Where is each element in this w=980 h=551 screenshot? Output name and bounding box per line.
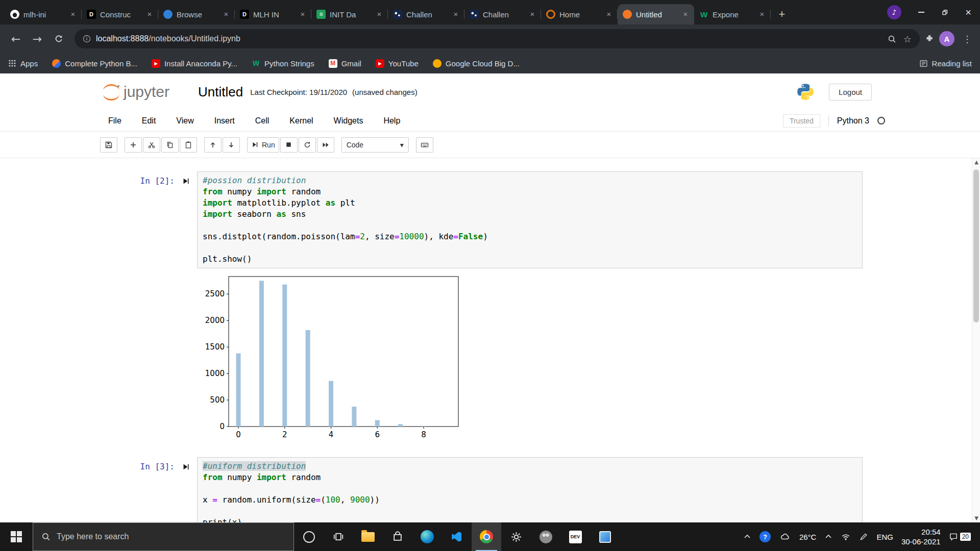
pen-icon[interactable] xyxy=(859,532,868,541)
back-button[interactable]: ← xyxy=(5,28,27,49)
logout-button[interactable]: Logout xyxy=(829,84,872,101)
notebook-title[interactable]: Untitled xyxy=(198,84,243,100)
tab-challenge-2[interactable]: Challen × xyxy=(464,4,541,24)
close-icon[interactable]: × xyxy=(681,10,690,19)
bookmark-google-cloud[interactable]: Google Cloud Big D... xyxy=(433,59,520,68)
bookmark-gmail[interactable]: Gmail xyxy=(329,59,361,68)
restart-kernel-button[interactable] xyxy=(299,137,316,153)
menu-insert[interactable]: Insert xyxy=(214,116,235,126)
start-button[interactable] xyxy=(0,522,33,551)
tab-untitled-active[interactable]: Untitled × xyxy=(618,4,694,24)
close-icon[interactable]: × xyxy=(375,10,384,19)
tab-mlh[interactable]: mlh-ini × xyxy=(5,4,82,24)
cortana-button[interactable] xyxy=(294,522,324,551)
menu-help[interactable]: Help xyxy=(383,116,400,126)
reload-button[interactable] xyxy=(48,28,69,49)
move-cell-down-button[interactable] xyxy=(223,137,240,153)
gimp-button[interactable] xyxy=(531,522,560,551)
code-cell-2[interactable]: In [2]: #possion distributionfrom numpy … xyxy=(0,171,972,268)
reading-list-button[interactable]: Reading list xyxy=(919,59,972,68)
code-editor[interactable]: #uniform distributionfrom numpy import r… xyxy=(197,457,863,522)
new-tab-button[interactable]: + xyxy=(774,6,790,22)
minimize-button[interactable] xyxy=(910,2,933,22)
tab-init-data[interactable]: INIT Da × xyxy=(311,4,388,24)
maximize-button[interactable] xyxy=(933,2,957,22)
cloud-icon[interactable] xyxy=(779,532,791,541)
dev-app-button[interactable]: DEV xyxy=(560,522,590,551)
close-icon[interactable]: × xyxy=(757,10,767,19)
bookmark-star-icon[interactable]: ☆ xyxy=(903,34,912,44)
menu-edit[interactable]: Edit xyxy=(142,116,156,126)
forward-button[interactable]: → xyxy=(27,28,48,49)
scroll-down-icon[interactable]: ▼ xyxy=(972,514,980,522)
close-icon[interactable]: × xyxy=(145,10,154,19)
task-view-button[interactable] xyxy=(324,522,353,551)
photos-app-button[interactable] xyxy=(590,522,620,551)
run-this-cell-button[interactable] xyxy=(182,171,197,268)
profile-avatar[interactable]: A xyxy=(939,31,954,46)
cut-cell-button[interactable] xyxy=(143,137,160,153)
close-icon[interactable]: × xyxy=(222,10,231,19)
tab-challenge-1[interactable]: Challen × xyxy=(388,4,464,24)
tab-exponential[interactable]: Expone × xyxy=(694,4,771,24)
tab-construct[interactable]: Construc × xyxy=(82,4,158,24)
menu-widgets[interactable]: Widgets xyxy=(334,116,363,126)
scroll-up-icon[interactable]: ▲ xyxy=(972,158,980,166)
menu-view[interactable]: View xyxy=(176,116,193,126)
clock[interactable]: 20:54 30-06-2021 xyxy=(901,527,941,546)
copy-cell-button[interactable] xyxy=(161,137,179,153)
settings-button[interactable] xyxy=(501,522,531,551)
code-cell-3[interactable]: In [3]: #uniform distributionfrom numpy … xyxy=(0,457,972,522)
show-hidden-icons-chevron[interactable] xyxy=(824,533,832,541)
extensions-icon[interactable] xyxy=(925,34,934,43)
bookmark-python-strings[interactable]: Python Strings xyxy=(252,59,314,68)
search-tabs-icon[interactable] xyxy=(888,35,896,43)
bookmark-complete-python[interactable]: Complete Python B... xyxy=(52,59,137,68)
wifi-icon[interactable] xyxy=(841,532,851,541)
paste-cell-button[interactable] xyxy=(180,137,197,153)
menu-file[interactable]: File xyxy=(108,116,121,126)
code-editor[interactable]: #possion distributionfrom numpy import r… xyxy=(197,171,863,268)
menu-kernel[interactable]: Kernel xyxy=(289,116,313,126)
chevron-up-icon[interactable] xyxy=(743,533,751,541)
tab-mlh-init[interactable]: MLH IN × xyxy=(235,4,311,24)
bookmark-youtube[interactable]: YouTube xyxy=(376,59,419,68)
file-explorer-button[interactable] xyxy=(353,522,383,551)
close-icon[interactable]: × xyxy=(68,10,78,19)
add-cell-button[interactable] xyxy=(125,137,142,153)
url-bar[interactable]: localhost:8888/notebooks/Untitled.ipynb … xyxy=(75,29,920,48)
browser-menu-icon[interactable]: ⋮ xyxy=(960,34,975,44)
vscode-button[interactable] xyxy=(442,522,472,551)
microsoft-store-button[interactable] xyxy=(383,522,412,551)
run-this-cell-button[interactable] xyxy=(182,457,197,522)
media-controls-button[interactable]: ♪ xyxy=(887,5,901,19)
weather-temperature[interactable]: 26°C xyxy=(799,533,817,541)
scrollbar-thumb[interactable] xyxy=(973,169,979,322)
action-center-button[interactable]: 20 xyxy=(949,532,974,541)
taskbar-search-box[interactable]: Type here to search xyxy=(33,522,294,551)
help-icon[interactable]: ? xyxy=(760,531,771,542)
cell-type-select[interactable]: Code ▾ xyxy=(341,137,409,153)
move-cell-up-button[interactable] xyxy=(204,137,222,153)
tab-home[interactable]: Home × xyxy=(541,4,618,24)
close-icon[interactable]: × xyxy=(528,10,537,19)
save-button[interactable] xyxy=(100,137,117,153)
chrome-button[interactable] xyxy=(472,522,501,551)
apps-shortcut[interactable]: Apps xyxy=(8,59,38,68)
edge-button[interactable] xyxy=(412,522,442,551)
info-icon[interactable] xyxy=(83,35,91,43)
restart-run-all-button[interactable] xyxy=(317,137,334,153)
menu-cell[interactable]: Cell xyxy=(255,116,270,126)
close-window-button[interactable]: × xyxy=(957,2,980,22)
page-scrollbar[interactable]: ▲ ▼ xyxy=(972,158,980,522)
run-button[interactable]: Run xyxy=(247,137,279,153)
close-icon[interactable]: × xyxy=(604,10,614,19)
close-icon[interactable]: × xyxy=(298,10,307,19)
tab-browse[interactable]: Browse × xyxy=(158,4,235,24)
interrupt-kernel-button[interactable] xyxy=(280,137,298,153)
command-palette-button[interactable] xyxy=(416,137,433,153)
language-indicator[interactable]: ENG xyxy=(876,533,893,541)
jupyter-logo[interactable]: jupyter xyxy=(101,83,169,101)
bookmark-install-anaconda[interactable]: Install Anaconda Py... xyxy=(152,59,237,68)
close-icon[interactable]: × xyxy=(451,10,460,19)
